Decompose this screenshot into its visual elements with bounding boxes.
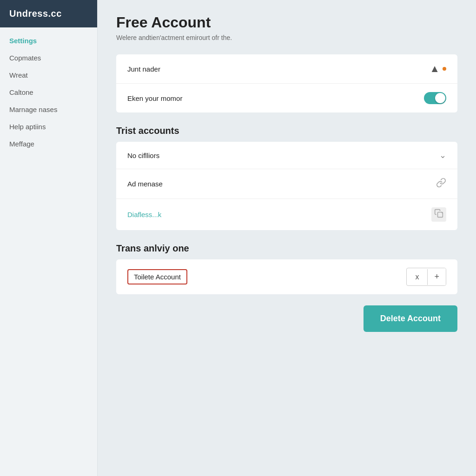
delete-button-wrap: Delete Account bbox=[116, 305, 457, 332]
stepper-add-button[interactable]: + bbox=[428, 268, 446, 285]
no-ciflliors-label: No ciflliors bbox=[127, 152, 159, 159]
toilete-account-label: Toilete Account bbox=[127, 269, 187, 284]
section3-title: Trans anlviy one bbox=[116, 243, 457, 254]
sidebar-nav: Settings Copmates Wreat Caltone Marnage … bbox=[0, 27, 97, 157]
stepper-value: x bbox=[407, 269, 428, 285]
diafless-label: Diafless...k bbox=[127, 211, 161, 218]
page-subtitle: Welere andtien'actment emirourt ofr the. bbox=[116, 34, 457, 41]
sidebar-item-wreat[interactable]: Wreat bbox=[0, 66, 97, 84]
delete-account-button[interactable]: Delete Account bbox=[364, 305, 457, 332]
junt-nader-row: Junt nader ▲ bbox=[116, 54, 457, 84]
diafless-row[interactable]: Diafless...k bbox=[116, 199, 457, 230]
page-title: Free Account bbox=[116, 14, 457, 31]
link-icon bbox=[436, 178, 446, 190]
danger-card: Toilete Account x + bbox=[116, 259, 457, 294]
sidebar-item-help[interactable]: Help aptiins bbox=[0, 118, 97, 135]
svg-line-1 bbox=[442, 212, 443, 213]
sidebar-item-copmates[interactable]: Copmates bbox=[0, 49, 97, 66]
copy-icon bbox=[431, 207, 446, 222]
toggle-switch[interactable] bbox=[424, 92, 446, 104]
sidebar: Undress.cc Settings Copmates Wreat Calto… bbox=[0, 0, 98, 476]
eken-momor-row: Eken your momor bbox=[116, 84, 457, 112]
section2-card: No ciflliors ⌄ Ad menase Diafless...k bbox=[116, 142, 457, 230]
ad-menase-label: Ad menase bbox=[127, 180, 163, 188]
junt-nader-label: Junt nader bbox=[127, 65, 160, 73]
sidebar-item-marnage[interactable]: Marnage nases bbox=[0, 101, 97, 118]
no-ciflliors-row[interactable]: No ciflliors ⌄ bbox=[116, 142, 457, 169]
section2-title: Trist accounts bbox=[116, 126, 457, 136]
eken-momor-label: Eken your momor bbox=[127, 94, 182, 102]
chevron-down-icon: ⌄ bbox=[439, 150, 446, 160]
section1-card: Junt nader ▲ Eken your momor bbox=[116, 54, 457, 112]
person-icon-area: ▲ bbox=[430, 63, 446, 75]
stepper-control: x + bbox=[406, 268, 446, 286]
sidebar-item-meffage[interactable]: Meffage bbox=[0, 135, 97, 152]
app-logo: Undress.cc bbox=[0, 0, 97, 27]
warning-dot bbox=[443, 67, 446, 71]
person-icon: ▲ bbox=[430, 63, 440, 75]
danger-row: Toilete Account x + bbox=[116, 259, 457, 294]
main-content: Free Account Welere andtien'actment emir… bbox=[98, 0, 476, 476]
ad-menase-row[interactable]: Ad menase bbox=[116, 169, 457, 199]
sidebar-item-settings[interactable]: Settings bbox=[0, 32, 97, 49]
sidebar-item-caltone[interactable]: Caltone bbox=[0, 84, 97, 101]
